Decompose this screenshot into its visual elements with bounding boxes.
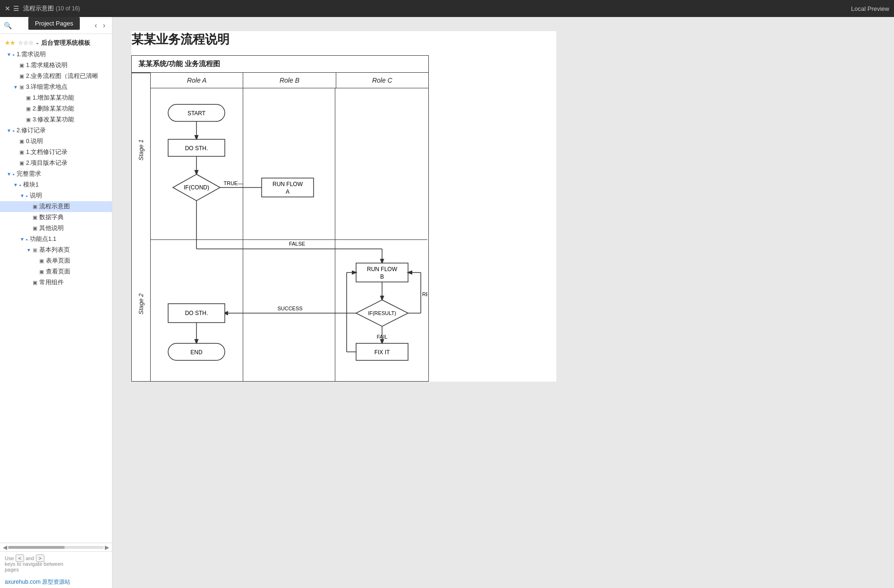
svg-text:FAIL: FAIL — [377, 334, 388, 340]
scroll-track[interactable] — [8, 546, 104, 549]
tree-label: 2.修订记录 — [17, 127, 46, 135]
tree-item-data-dict[interactable]: ▣ 数据字典 — [0, 212, 112, 223]
page-icon: ▣ — [19, 62, 24, 68]
svg-text:FALSE: FALSE — [289, 241, 305, 247]
svg-text:SUCCESS: SUCCESS — [277, 306, 302, 311]
tree-label: 2.业务流程图（流程已清晰 — [26, 72, 98, 80]
nav-next-button[interactable]: › — [100, 21, 108, 30]
expand-arrow: ▼ — [7, 171, 11, 177]
tree-label: 1.需求说明 — [17, 51, 46, 59]
tree-item-list-page[interactable]: ▼ ▣ 基本列表页 — [0, 245, 112, 256]
stage-2-label: Stage 2 — [132, 227, 150, 381]
tree-item-module1[interactable]: ▼ ▪ 模块1 — [0, 179, 112, 190]
svg-text:B: B — [380, 273, 384, 280]
tree-item-other-explain[interactable]: ▣ 其他说明 — [0, 223, 112, 234]
stage-col: Stage 1 Stage 2 — [132, 73, 151, 381]
flow-body: Stage 1 Stage 2 Role A Role B Role C — [132, 73, 428, 381]
tree-item-detail-needs[interactable]: ▼ ▣ 3.详细需求地点 — [0, 82, 112, 93]
svg-text:RUN FLOW: RUN FLOW — [272, 181, 303, 187]
page-icon: ▣ — [26, 106, 31, 112]
tree-item-needs[interactable]: ▼ ▪ 1.需求说明 — [0, 49, 112, 60]
tree-item-add-func[interactable]: ▣ 1.增加某某功能 — [0, 93, 112, 103]
tree-item-needs-spec[interactable]: ▣ 1.需求规格说明 — [0, 60, 112, 71]
close-button[interactable]: ✕ — [5, 5, 10, 12]
expand-arrow: ▼ — [20, 193, 25, 198]
roles-area: Role A Role B Role C — [151, 73, 428, 381]
tree-item-flow-chart[interactable]: ▣ 2.业务流程图（流程已清晰 — [0, 71, 112, 82]
svg-text:DO STH.: DO STH. — [185, 310, 208, 316]
sidebar-hint: Use < and > keys to navigate between pag… — [0, 551, 112, 576]
svg-text:IF(RESULT): IF(RESULT) — [368, 310, 396, 316]
folder-icon: ▪ — [13, 171, 15, 177]
page-icon: ▣ — [33, 204, 37, 210]
scroll-right-button[interactable]: ▶ — [104, 544, 110, 551]
svg-text:END: END — [190, 349, 203, 356]
tree-label: 1.增加某某功能 — [33, 94, 74, 102]
page-icon: ▣ — [33, 280, 37, 286]
tree-label: 基本列表页 — [39, 246, 70, 254]
page-icon: ▣ — [39, 258, 44, 264]
page-icon: ▣ — [33, 225, 37, 231]
tree-label: 2.删除某某功能 — [33, 105, 74, 113]
axure-link[interactable]: axurehub.com 原型资源站 — [0, 576, 112, 588]
tree-item-doc-revision[interactable]: ▣ 1.文档修订记录 — [0, 147, 112, 158]
tree-item-form-page[interactable]: ▣ 表单页面 — [0, 256, 112, 266]
flowchart-svg: START DO STH. IF(COND) — [151, 88, 427, 381]
tree-item-common-comp[interactable]: ▣ 常用组件 — [0, 277, 112, 288]
tree-label: 查看页面 — [46, 268, 70, 276]
flow-container: 某某系统/功能 业务流程图 Stage 1 Stage 2 Role A Rol… — [131, 55, 429, 382]
tree-item-flow-diagram[interactable]: ▣ 流程示意图 — [0, 201, 112, 212]
stars-empty: ☆☆☆ — [18, 40, 34, 46]
expand-arrow: ▼ — [20, 237, 25, 242]
tree-item-proj-version[interactable]: ▣ 2.项目版本记录 — [0, 158, 112, 169]
scroll-left-button[interactable]: ◀ — [2, 544, 8, 551]
tree-item-explain[interactable]: ▼ ▪ 说明 — [0, 190, 112, 201]
tree-label: 说明 — [30, 192, 42, 200]
page-icon: ▣ — [19, 73, 24, 79]
search-icon[interactable]: 🔍 — [4, 22, 12, 29]
tree-label: 模块1 — [23, 181, 39, 189]
folder-icon: ▪ — [13, 52, 15, 58]
page-icon: ▣ — [19, 138, 24, 145]
svg-text:TRUE—: TRUE— — [224, 180, 243, 186]
roles-header: Role A Role B Role C — [151, 73, 428, 88]
sidebar-scrollbar[interactable]: ◀ ▶ — [0, 543, 112, 551]
main-area: 🔍 ‹ › ★★☆☆☆-后台管理系统模板 ▼ ▪ 1.需求说明 ▣ 1.需求规格… — [0, 17, 894, 588]
tree-label: 2.项目版本记录 — [26, 159, 68, 167]
page-icon: ▣ — [19, 149, 24, 155]
tree-item-mod-func[interactable]: ▣ 3.修改某某功能 — [0, 114, 112, 125]
svg-text:A: A — [286, 188, 289, 195]
role-a-header: Role A — [151, 73, 243, 88]
sidebar-nav: 🔍 ‹ › — [0, 17, 112, 34]
svg-text:FIX IT: FIX IT — [375, 349, 390, 356]
tree-item-full-req[interactable]: ▼ ▪ 完整需求 — [0, 169, 112, 179]
tree-item-desc[interactable]: ▣ 0.说明 — [0, 136, 112, 147]
role-b-header: Role B — [243, 73, 336, 88]
tree-label: 3.修改某某功能 — [33, 116, 74, 124]
tree-label: 常用组件 — [39, 279, 64, 287]
nav-prev-button[interactable]: ‹ — [92, 21, 100, 30]
page-icon: ▣ — [39, 269, 44, 275]
flow-title: 流程示意图 — [23, 4, 54, 13]
folder-icon: ▣ — [33, 247, 37, 253]
tree-label: 完整需求 — [17, 170, 41, 178]
tree-item-feature1[interactable]: ▼ ▪ 功能点1.1 — [0, 234, 112, 245]
tree-label: 1.需求规格说明 — [26, 61, 68, 69]
folder-icon: ▪ — [19, 182, 21, 188]
tree-label: 功能点1.1 — [30, 235, 56, 243]
tree-item-view-page[interactable]: ▣ 查看页面 — [0, 266, 112, 277]
tree-label: 流程示意图 — [39, 203, 70, 211]
svg-text:DO STH.: DO STH. — [185, 145, 208, 152]
stage-1-label: Stage 1 — [132, 73, 150, 227]
sidebar-content: ★★☆☆☆-后台管理系统模板 ▼ ▪ 1.需求说明 ▣ 1.需求规格说明 ▣ 2… — [0, 34, 112, 543]
page-title: 某某业务流程说明 — [131, 31, 556, 48]
expand-arrow: ▼ — [13, 182, 18, 187]
tree-item-revisions[interactable]: ▼ ▪ 2.修订记录 — [0, 125, 112, 136]
page-icon: ▣ — [26, 95, 31, 101]
stars-filled: ★★ — [5, 40, 15, 46]
page-icon: ▣ — [26, 117, 31, 123]
svg-text:RUN FLOW: RUN FLOW — [367, 266, 398, 273]
page-content: 某某业务流程说明 某某系统/功能 业务流程图 Stage 1 Stage 2 R… — [131, 31, 556, 382]
tree-item-del-func[interactable]: ▣ 2.删除某某功能 — [0, 103, 112, 114]
expand-arrow: ▼ — [7, 52, 11, 57]
